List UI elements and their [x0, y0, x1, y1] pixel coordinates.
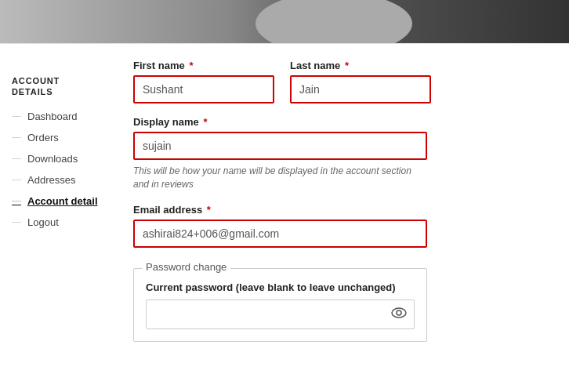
nav-list: Dashboard Orders Downloads Addresses Acc…	[0, 106, 118, 233]
first-name-input[interactable]	[133, 75, 274, 103]
email-row: Email address *	[133, 204, 553, 248]
current-password-input[interactable]	[146, 299, 415, 329]
last-name-label: Last name *	[290, 60, 431, 71]
last-name-input[interactable]	[290, 75, 431, 103]
email-label: Email address *	[133, 204, 427, 216]
section-label: ACCOUNT DETAILS	[0, 60, 118, 106]
current-password-label: Current password (leave blank to leave u…	[146, 281, 396, 293]
sidebar-item-account-detail[interactable]: Account detail	[0, 191, 118, 212]
page-wrapper: ACCOUNT DETAILS Dashboard Orders Downloa…	[0, 0, 569, 392]
password-change-legend: Password change	[142, 261, 230, 273]
sidebar-item-dashboard[interactable]: Dashboard	[0, 106, 118, 127]
show-password-icon[interactable]	[391, 307, 407, 321]
svg-point-1	[397, 310, 401, 315]
sidebar: ACCOUNT DETAILS Dashboard Orders Downloa…	[0, 44, 125, 392]
sidebar-item-logout[interactable]: Logout	[0, 212, 118, 233]
header-banner	[0, 0, 569, 43]
sidebar-item-orders[interactable]: Orders	[0, 127, 118, 148]
current-password-wrapper	[146, 299, 415, 329]
display-name-label: Display name *	[133, 116, 427, 128]
password-row: Password change Current password (leave …	[133, 260, 553, 342]
password-group: Password change Current password (leave …	[133, 260, 427, 342]
page-container: ACCOUNT DETAILS Dashboard Orders Downloa…	[0, 44, 569, 392]
first-name-group: First name *	[133, 60, 274, 103]
last-name-group: Last name *	[290, 60, 431, 103]
display-name-group: Display name * This will be how your nam…	[133, 116, 427, 191]
name-row: First name * Last name *	[133, 60, 553, 103]
display-name-hint: This will be how your name will be displ…	[133, 165, 427, 191]
email-group: Email address *	[133, 204, 427, 248]
display-name-row: Display name * This will be how your nam…	[133, 116, 553, 191]
password-change-box: Password change Current password (leave …	[133, 268, 427, 342]
first-name-label: First name *	[133, 60, 274, 71]
display-name-input[interactable]	[133, 132, 427, 160]
email-input[interactable]	[133, 220, 427, 248]
main-content: First name * Last name * Di	[125, 44, 569, 392]
sidebar-item-downloads[interactable]: Downloads	[0, 148, 118, 169]
svg-point-0	[392, 308, 406, 318]
sidebar-item-addresses[interactable]: Addresses	[0, 169, 118, 191]
